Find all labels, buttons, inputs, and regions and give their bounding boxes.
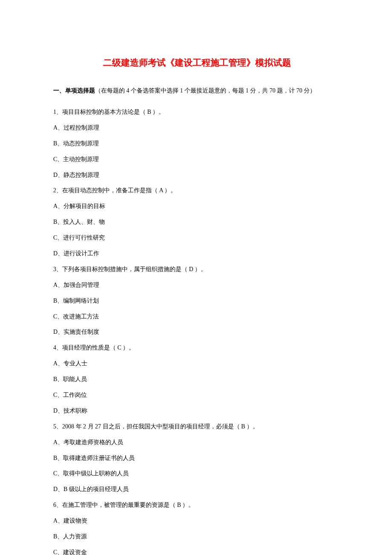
q6-option-b: B、人力资源 [53,532,341,541]
q2-option-b: B、投入人、财、物 [53,217,341,227]
q4-stem: 4、项目经理的性质是（ C ）。 [53,343,341,353]
q5-option-a: A、考取建造师资格的人员 [53,438,341,447]
q2-option-d: D、进行设计工作 [53,249,341,258]
section-1-header: 一、单项选择题（在每题的 4 个备选答案中选择 1 个最接近题意的，每题 1 分… [53,86,341,95]
q3-option-b: B、编制网络计划 [53,296,341,306]
section-1-desc: （在每题的 4 个备选答案中选择 1 个最接近题意的，每题 1 分，共 70 题… [95,87,316,94]
q4-option-a: A、专业人士 [53,359,341,368]
q2-option-c: C、进行可行性研究 [53,233,341,243]
q3-option-d: D、实施责任制度 [53,327,341,337]
q3-option-c: C、改进施工方法 [53,312,341,321]
q1-option-a: A、过程控制原理 [53,123,341,133]
q5-stem: 5、2008 年 2 月 27 日之后，担任我国大中型项目的项目经理，必须是（ … [53,422,341,431]
q4-option-d: D、技术职称 [53,406,341,416]
q1-option-b: B、动态控制原理 [53,139,341,148]
q1-stem: 1、项目目标控制的基本方法论是（ B ）。 [53,107,341,117]
section-1-label: 一、单项选择题 [53,87,95,94]
q4-option-b: B、职能人员 [53,375,341,384]
exam-document: 二级建造师考试《建设工程施工管理》模拟试题 一、单项选择题（在每题的 4 个备选… [0,0,392,555]
q5-option-c: C、取得中级以上职称的人员 [53,469,341,478]
document-title: 二级建造师考试《建设工程施工管理》模拟试题 [53,55,341,70]
q4-option-c: C、工作岗位 [53,390,341,400]
q6-option-c: C、建设资金 [53,548,341,555]
q6-stem: 6、在施工管理中，被管理的最重要的资源是（ B ）。 [53,500,341,510]
q6-option-a: A、建设物资 [53,516,341,526]
q5-option-d: D、B 级以上的项目经理人员 [53,485,341,494]
q1-option-c: C、主动控制原理 [53,155,341,164]
q2-option-a: A、分解项目的目标 [53,202,341,211]
q1-option-d: D、静态控制原理 [53,171,341,180]
q5-option-b: B、取得建造师注册证书的人员 [53,454,341,463]
q2-stem: 2、在项目动态控制中，准备工作是指（ A ）。 [53,186,341,195]
q3-stem: 3、下列各项目标控制措施中，属于组织措施的是（ D ）。 [53,265,341,274]
q3-option-a: A、加强合同管理 [53,280,341,290]
